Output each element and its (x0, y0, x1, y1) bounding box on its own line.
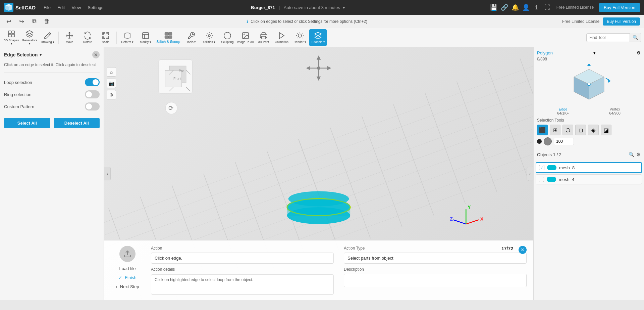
delete-button[interactable]: 🗑 (42, 17, 52, 26)
share-icon[interactable]: 🔗 (501, 4, 508, 11)
buy-full-version-button[interactable]: Buy Full Version (599, 3, 640, 12)
app-logo[interactable]: SelfCAD (4, 3, 36, 12)
objects-search-button[interactable]: 🔍 (629, 152, 634, 157)
action-value: Click on edge. (151, 253, 334, 264)
objects-title: Objects 1 / 2 (537, 152, 561, 157)
geo-labels: Edge 64/1K+ Vertex 64/900 (537, 107, 641, 115)
sel-tool-box[interactable]: ⬛ (537, 125, 548, 135)
custom-pattern-toggle[interactable] (85, 102, 100, 110)
tool-drawing-label: Drawing ▾ (41, 40, 55, 44)
tool-render[interactable]: Render ▾ (291, 29, 309, 46)
undo-button[interactable]: ↩ (4, 17, 13, 26)
notification-icon[interactable]: 🔔 (512, 4, 519, 11)
viewport-controls: ⌂ 📷 ⊕ (107, 67, 116, 99)
sel-tool-face[interactable]: ◻ (575, 125, 586, 135)
tool-drawing[interactable]: Drawing ▾ (39, 29, 56, 46)
polygon-label[interactable]: Polygon (537, 50, 553, 55)
panel-dropdown-icon[interactable]: ▾ (40, 52, 42, 57)
tool-3d-print[interactable]: 3D Print (255, 29, 272, 46)
tool-tools[interactable]: Tools ▾ (182, 29, 200, 46)
viewport-transform-gizmo[interactable] (306, 55, 331, 81)
fullscreen-icon[interactable]: ⛶ (544, 4, 551, 11)
object-item-mesh-8[interactable]: mesh_8 (536, 162, 642, 173)
tool-utilities[interactable]: Utilities ▾ (201, 29, 218, 46)
tool-3dshapes-label: 3D Shapes ▾ (3, 39, 20, 45)
tool-scale[interactable]: Scale (97, 29, 114, 46)
ring-selection-toggle[interactable] (85, 90, 100, 98)
svg-text:Y: Y (468, 205, 471, 210)
tool-move[interactable]: Move (61, 29, 78, 46)
tutorial-counter: 17/72 (501, 246, 513, 251)
color-dot (537, 139, 542, 144)
loop-selection-label: Loop selection (4, 80, 32, 85)
menu-settings[interactable]: Settings (85, 4, 106, 11)
object-checkbox-mesh-4[interactable] (539, 177, 544, 182)
tutorial-next-step-link[interactable]: › Next Step (116, 284, 139, 289)
grid-rotate-icon[interactable]: ⟳ (165, 102, 177, 114)
top-menu: File Edit View Settings (41, 4, 106, 11)
action-details-value: Click on highlighted edge to select loop… (151, 274, 334, 295)
tool-deform[interactable]: Deform ▾ (119, 29, 136, 46)
svg-point-10 (208, 35, 210, 37)
burger-object[interactable] (287, 191, 350, 224)
action-type-value: Select parts from object (344, 253, 527, 264)
sel-tool-slash[interactable]: ◪ (601, 125, 611, 135)
tool-3dshapes[interactable]: 3D Shapes ▾ (3, 29, 20, 46)
svg-text:Front: Front (173, 77, 181, 81)
collapse-right-button[interactable]: › (527, 167, 533, 180)
menu-file[interactable]: File (41, 4, 53, 11)
viewport-nav-cube[interactable]: Front Top (159, 60, 192, 93)
panel-close-button[interactable]: ✕ (92, 51, 100, 58)
buy-full-button-2[interactable]: Buy Full Version (603, 17, 640, 26)
polygon-gear-icon[interactable]: ⚙ (637, 50, 641, 55)
tool-image-to-3d[interactable]: Image To 3D (237, 29, 254, 46)
tool-rotate[interactable]: Rotate (79, 29, 96, 46)
opacity-input[interactable] (554, 138, 574, 145)
select-all-button[interactable]: Select All (4, 118, 50, 128)
tool-3d-print-label: 3D Print (258, 40, 269, 44)
redo-button[interactable]: ↪ (17, 17, 26, 26)
tutorial-next-step-label: Next Step (120, 284, 139, 289)
svg-rect-7 (168, 33, 172, 35)
tool-generators[interactable]: Generators ▾ (21, 29, 38, 46)
tool-sculpting[interactable]: Sculpting (219, 29, 236, 46)
find-tool-search-button[interactable]: 🔍 (630, 33, 641, 42)
viewport-home-button[interactable]: ⌂ (107, 67, 116, 77)
object-item-mesh-4[interactable]: mesh_4 (536, 174, 642, 184)
viewport[interactable]: Front Top ⟳ Z (104, 47, 533, 300)
svg-point-15 (298, 34, 302, 37)
tutorial-action-column: Action Click on edge. Action details Cli… (151, 246, 334, 295)
find-tool-input[interactable] (586, 33, 630, 42)
ring-selection-row: Ring selection (4, 88, 100, 100)
info-icon[interactable]: ℹ (533, 4, 540, 11)
tool-stitch[interactable]: Stitch & Scoop (155, 29, 182, 46)
geometry-display (537, 64, 641, 104)
sel-tool-object[interactable]: ◈ (588, 125, 599, 135)
sel-tool-grid[interactable]: ⊞ (550, 125, 560, 135)
loop-selection-toggle[interactable] (85, 78, 100, 86)
sel-tool-edges[interactable]: ⬡ (562, 125, 573, 135)
tutorial-finish-link[interactable]: ✓ Finish (118, 275, 137, 280)
tool-modify[interactable]: Modify ▾ (137, 29, 154, 46)
deselect-all-button[interactable]: Deselect All (54, 118, 100, 128)
polygon-dropdown-icon[interactable]: ▾ (593, 50, 596, 55)
tutorial-close-button[interactable]: ✕ (519, 246, 527, 254)
menu-edit[interactable]: Edit (55, 4, 67, 11)
right-panel: Polygon ▾ ⚙ 0/898 (533, 47, 644, 300)
tool-tutorials[interactable]: Tutorials ▾ (309, 29, 327, 46)
object-checkbox-mesh-8[interactable] (539, 165, 544, 170)
tool-image-to-3d-label: Image To 3D (237, 40, 254, 44)
save-icon[interactable]: 💾 (490, 4, 497, 11)
copy-button[interactable]: ⧉ (30, 17, 39, 26)
tool-rotate-label: Rotate (83, 40, 92, 44)
menu-view[interactable]: View (69, 4, 84, 11)
collapse-left-button[interactable]: ‹ (104, 167, 111, 180)
user-icon[interactable]: 👤 (522, 4, 530, 11)
viewport-camera-button[interactable]: 📷 (107, 79, 116, 88)
objects-settings-button[interactable]: ⚙ (636, 152, 641, 157)
tutorial-load-file-link[interactable]: Load file (119, 266, 136, 271)
tutorial-load-file-label: Load file (119, 266, 136, 271)
tool-animation[interactable]: Animation (273, 29, 290, 46)
tutorial-action-type-column: Action Type Select parts from object Des… (344, 246, 527, 295)
viewport-orbit-button[interactable]: ⊕ (107, 90, 116, 99)
